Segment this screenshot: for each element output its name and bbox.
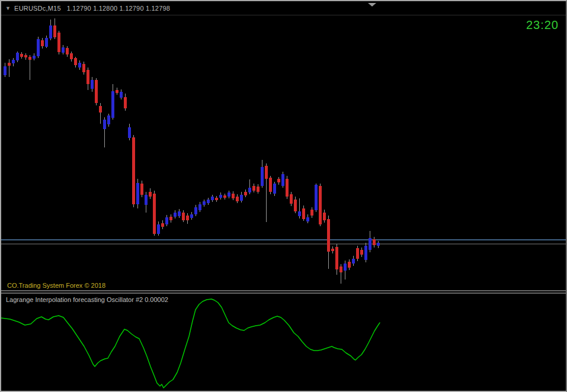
symbol-period-label: EURUSDc,M15 bbox=[14, 5, 61, 12]
candle-body bbox=[298, 211, 301, 216]
candle-body bbox=[153, 194, 156, 234]
candle-body bbox=[310, 210, 313, 216]
candle-body bbox=[45, 38, 48, 47]
candle-body bbox=[219, 195, 222, 198]
candle-body bbox=[281, 174, 284, 186]
candle-body bbox=[223, 195, 226, 198]
candle-body bbox=[352, 259, 355, 264]
candle-body bbox=[306, 217, 309, 221]
indicator-label: Lagrange Interpolation forecasting Oscil… bbox=[6, 296, 168, 303]
candle-body bbox=[203, 201, 206, 205]
title-separator bbox=[1, 15, 566, 15]
candle-body bbox=[99, 106, 102, 113]
candle-body bbox=[16, 53, 19, 60]
candle-body bbox=[8, 63, 11, 66]
candle-body bbox=[344, 264, 347, 271]
candle-body bbox=[66, 48, 69, 54]
candle-body bbox=[339, 266, 342, 272]
oscillator-line bbox=[1, 299, 380, 388]
chart-title-bar: ▼ EURUSDc,M15 1.12790 1.12800 1.12790 1.… bbox=[1, 3, 566, 14]
candle-body bbox=[331, 249, 334, 251]
candle-body bbox=[132, 137, 135, 204]
candle-body bbox=[377, 243, 380, 246]
candle-body bbox=[182, 213, 185, 220]
candle-body bbox=[240, 195, 243, 201]
collapse-triangle-icon[interactable]: ▼ bbox=[5, 6, 11, 11]
candle-body bbox=[294, 200, 297, 211]
candle-body bbox=[315, 185, 318, 210]
candle-body bbox=[290, 194, 293, 204]
candle-body bbox=[49, 25, 52, 38]
candle-body bbox=[286, 179, 289, 197]
candle-body bbox=[265, 166, 268, 179]
candle-body bbox=[174, 213, 177, 217]
chart-canvas[interactable] bbox=[1, 1, 566, 391]
candle-body bbox=[107, 115, 110, 124]
candle-body bbox=[20, 54, 23, 57]
candle-body bbox=[277, 179, 280, 182]
candle-body bbox=[252, 186, 255, 191]
candle-body bbox=[198, 204, 201, 210]
candle-body bbox=[169, 217, 172, 220]
candle-body bbox=[70, 53, 73, 59]
candle-body bbox=[28, 57, 31, 60]
candle-body bbox=[257, 187, 260, 192]
candle-body bbox=[369, 238, 371, 250]
candle-body bbox=[236, 197, 239, 201]
candle-body bbox=[215, 198, 218, 200]
candle-body bbox=[149, 192, 152, 197]
candle-body bbox=[82, 64, 85, 72]
candle-body bbox=[327, 219, 330, 252]
candle-body bbox=[248, 188, 251, 192]
candle-body bbox=[157, 224, 160, 234]
candle-body bbox=[244, 192, 247, 195]
candle-body bbox=[228, 192, 230, 197]
candle-body bbox=[186, 216, 189, 220]
candle-body bbox=[78, 63, 81, 68]
candle-body bbox=[37, 39, 40, 56]
candle-body bbox=[128, 127, 131, 138]
candle-body bbox=[356, 248, 359, 259]
candle-body bbox=[145, 195, 148, 205]
candle-body bbox=[41, 40, 44, 46]
candle-body bbox=[161, 223, 164, 227]
candle-body bbox=[194, 207, 197, 214]
candle-body bbox=[116, 90, 118, 93]
candle-body bbox=[24, 55, 27, 57]
clock-indicator: 23:20 bbox=[526, 18, 559, 32]
candle-body bbox=[261, 167, 264, 186]
candle-body bbox=[53, 25, 56, 37]
candle-body bbox=[165, 217, 168, 224]
candle-body bbox=[136, 183, 139, 204]
candle-body bbox=[323, 213, 326, 220]
candle-body bbox=[62, 47, 65, 53]
candle-body bbox=[319, 186, 322, 224]
candle-body bbox=[140, 184, 143, 195]
copyright-label: CO.Trading System Forex © 2018 bbox=[7, 282, 105, 289]
chart-window: ▼ EURUSDc,M15 1.12790 1.12800 1.12790 1.… bbox=[0, 0, 567, 392]
ohlc-quotes-label: 1.12790 1.12800 1.12790 1.12798 bbox=[67, 5, 170, 12]
candle-body bbox=[364, 246, 367, 260]
candle-body bbox=[273, 184, 276, 194]
candle-body bbox=[190, 214, 193, 218]
candle-body bbox=[95, 80, 98, 103]
candle-body bbox=[348, 262, 351, 268]
candle-body bbox=[207, 200, 210, 203]
candle-body bbox=[74, 58, 77, 65]
candle-body bbox=[211, 197, 214, 200]
candle-body bbox=[57, 33, 60, 52]
candle-body bbox=[232, 194, 235, 198]
candle-body bbox=[91, 80, 94, 89]
candle-body bbox=[12, 60, 15, 63]
candle-body bbox=[360, 250, 363, 255]
candle-body bbox=[4, 66, 7, 75]
candle-body bbox=[87, 70, 89, 84]
candle-body bbox=[33, 56, 36, 59]
candle-body bbox=[302, 208, 305, 219]
candle-body bbox=[111, 91, 114, 118]
candle-body bbox=[373, 239, 376, 245]
candle-body bbox=[335, 247, 338, 269]
candle-body bbox=[124, 97, 127, 108]
candle-body bbox=[269, 178, 272, 192]
candle-body bbox=[103, 120, 106, 129]
